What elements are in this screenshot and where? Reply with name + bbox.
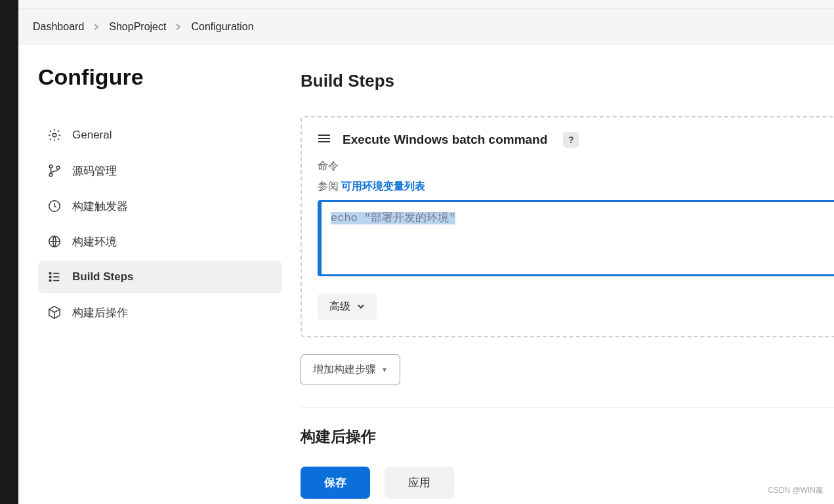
add-step-label: 增加构建步骤 — [313, 363, 376, 377]
branch-icon — [47, 163, 62, 178]
sidebar-item-scm[interactable]: 源码管理 — [38, 154, 282, 187]
sidebar-item-triggers[interactable]: 构建触发器 — [38, 190, 282, 222]
sidebar-item-label: 构建触发器 — [72, 199, 128, 214]
svg-point-7 — [49, 276, 51, 278]
save-button[interactable]: 保存 — [301, 467, 370, 499]
breadcrumb-item-configuration[interactable]: Configuration — [191, 21, 253, 33]
chevron-right-icon — [93, 24, 100, 30]
sidebar-item-label: Build Steps — [72, 270, 134, 284]
steps-icon — [47, 270, 62, 284]
sidebar-item-general[interactable]: General — [38, 119, 282, 152]
app-left-rail — [0, 0, 18, 504]
hint-prefix: 参阅 — [318, 180, 339, 192]
sidebar-item-label: 源码管理 — [72, 163, 117, 178]
sidebar-item-label: 构建环境 — [72, 234, 117, 249]
svg-point-0 — [52, 133, 56, 137]
sidebar-item-build-steps[interactable]: Build Steps — [38, 261, 282, 293]
page-title: Configure — [38, 64, 282, 90]
config-nav: General 源码管理 构建触发器 构建环境 — [38, 119, 282, 329]
svg-point-6 — [49, 272, 51, 274]
cube-icon — [47, 305, 62, 320]
step-title: Execute Windows batch command — [343, 133, 547, 147]
advanced-label: 高级 — [329, 300, 350, 314]
step-header: Execute Windows batch command ? — [318, 132, 834, 148]
main-content: Build Steps Execute Windows batch comman… — [301, 45, 834, 504]
chevron-right-icon — [175, 24, 182, 30]
build-step-card: Execute Windows batch command ? 命令 参阅 可用… — [301, 116, 834, 337]
svg-point-8 — [49, 280, 51, 282]
env-vars-link[interactable]: 可用环境变量列表 — [341, 180, 425, 192]
svg-point-2 — [49, 173, 52, 177]
section-title-build-steps: Build Steps — [301, 71, 834, 91]
watermark: CSDN @WIN赢 — [768, 485, 824, 496]
sidebar-item-post-build[interactable]: 构建后操作 — [38, 296, 282, 329]
sidebar-item-label: 构建后操作 — [72, 305, 128, 320]
globe-icon — [47, 234, 62, 249]
command-hint: 参阅 可用环境变量列表 — [318, 180, 834, 194]
apply-button[interactable]: 应用 — [385, 467, 454, 499]
command-input-value: echo "部署开发的环境" — [331, 212, 455, 224]
breadcrumb-item-project[interactable]: ShopProject — [109, 21, 166, 33]
breadcrumb-item-dashboard[interactable]: Dashboard — [33, 21, 84, 33]
section-divider — [301, 408, 834, 408]
caret-down-icon: ▼ — [381, 366, 388, 373]
chevron-down-icon — [357, 301, 365, 313]
breadcrumb: Dashboard ShopProject Configuration — [18, 9, 834, 45]
svg-point-3 — [56, 166, 60, 169]
clock-icon — [47, 199, 62, 213]
command-field-label: 命令 — [318, 159, 834, 173]
sidebar-item-label: General — [72, 129, 112, 142]
svg-point-1 — [49, 165, 52, 168]
browser-chrome-strip — [18, 0, 834, 9]
help-icon[interactable]: ? — [563, 132, 579, 148]
drag-handle-icon[interactable] — [318, 134, 331, 146]
gear-icon — [47, 128, 62, 142]
add-build-step-button[interactable]: 增加构建步骤 ▼ — [301, 354, 400, 385]
command-input[interactable]: echo "部署开发的环境" — [318, 200, 834, 276]
section-title-post-build: 构建后操作 — [301, 427, 834, 447]
sidebar-item-environment[interactable]: 构建环境 — [38, 225, 282, 258]
config-sidebar: Configure General 源码管理 构建触发器 — [18, 45, 301, 504]
action-bar: 保存 应用 — [301, 467, 834, 503]
advanced-toggle[interactable]: 高级 — [318, 293, 377, 320]
